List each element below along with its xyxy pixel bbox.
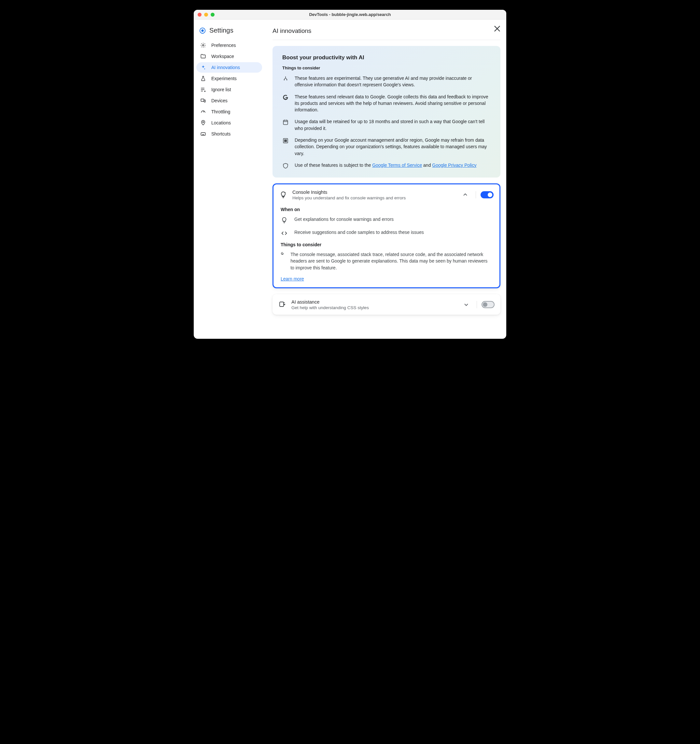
zoom-window-button[interactable] [211,13,214,16]
sidebar-nav: Preferences Workspace AI innovations Exp… [196,40,262,139]
devices-icon [200,98,206,104]
settings-sidebar: Settings Preferences Workspace AI innova… [194,19,265,339]
shield-icon [282,162,289,169]
close-window-button[interactable] [198,13,202,16]
feature-body: When on Get explanations for console war… [273,207,499,287]
feature-row-text: Receive suggestions and code samples to … [294,229,424,235]
privacy-link[interactable]: Google Privacy Policy [432,162,476,168]
folder-icon [200,54,206,59]
svg-rect-9 [280,302,284,307]
svg-point-1 [201,29,204,31]
svg-rect-8 [283,138,287,143]
info-bullet-text: Usage data will be retained for up to 18… [295,118,490,132]
console-insights-card: Console Insights Helps you understand an… [272,183,501,288]
sidebar-label: AI innovations [211,65,240,70]
feature-title: Console Insights [292,190,456,195]
lightbulb-icon [281,216,288,224]
svg-rect-6 [201,132,205,135]
sidebar-label: Experiments [211,76,237,81]
experimental-icon [282,75,289,82]
google-icon [282,94,289,101]
feature-header[interactable]: AI assistance Get help with understandin… [272,294,501,315]
location-icon [200,120,206,126]
sidebar-label: Locations [211,120,231,125]
info-bullet-text: Depending on your Google account managem… [295,137,490,157]
svg-rect-4 [204,100,205,102]
terms-link[interactable]: Google Terms of Service [372,162,422,168]
svg-point-5 [202,122,204,123]
feature-header[interactable]: Console Insights Helps you understand an… [273,185,499,205]
sidebar-item-devices[interactable]: Devices [196,95,262,106]
info-bullet-text: These features send relevant data to Goo… [295,94,490,113]
info-subhead: Things to consider [282,65,490,70]
info-bullet: Use of these features is subject to the … [282,162,490,169]
sidebar-item-throttling[interactable]: Throttling [196,107,262,117]
feature-subtitle: Get help with understanding CSS styles [291,305,457,310]
consider-heading: Things to consider [281,242,492,247]
window-title: DevTools - bubble-jingle.web.app/search [194,12,506,17]
learn-more-link[interactable]: Learn more [281,276,304,281]
ignore-list-icon [200,87,206,92]
ai-assistance-card: AI assistance Get help with understandin… [272,294,501,315]
code-icon [281,229,288,237]
flask-icon [200,76,206,82]
svg-rect-3 [201,99,204,102]
close-settings-button[interactable] [493,24,502,33]
gear-icon [200,42,206,48]
sidebar-title: Settings [210,27,233,34]
main-panel: AI innovations Boost your productivity w… [265,19,506,339]
chevron-up-icon[interactable] [461,191,469,199]
lightbulb-spark-icon [279,191,287,199]
sidebar-label: Shortcuts [211,131,230,137]
sidebar-label: Throttling [211,109,230,115]
sidebar-item-experiments[interactable]: Experiments [196,73,262,84]
feature-title: AI assistance [291,299,457,305]
svg-rect-7 [283,121,287,125]
devtools-window: DevTools - bubble-jingle.web.app/search … [194,10,506,339]
devtools-logo-icon [199,27,206,34]
svg-point-2 [202,45,204,46]
sidebar-label: Preferences [211,43,236,48]
calendar-icon [282,118,289,125]
ai-assistance-toggle[interactable] [482,301,495,308]
info-heading: Boost your productivity with AI [282,54,490,61]
window-controls [198,13,214,16]
info-bullet-text: These features are experimental. They us… [295,75,490,88]
feature-row-text: The console message, associated stack tr… [290,251,492,271]
sparkle-icon [200,64,206,70]
feature-row-text: Get explanations for console warnings an… [294,216,394,222]
google-icon [281,251,284,255]
enterprise-icon [282,137,289,144]
chevron-down-icon[interactable] [462,301,470,308]
minimize-window-button[interactable] [204,13,208,16]
info-bullet: Depending on your Google account managem… [282,137,490,157]
sidebar-label: Workspace [211,54,234,59]
info-bullet-text: Use of these features is subject to the … [295,162,476,168]
sidebar-item-ignore-list[interactable]: Ignore list [196,84,262,95]
feature-subtitle: Helps you understand and fix console war… [292,195,456,200]
console-insights-toggle[interactable] [480,191,493,198]
info-card: Boost your productivity with AI Things t… [272,46,501,177]
sidebar-item-shortcuts[interactable]: Shortcuts [196,129,262,139]
gauge-icon [200,109,206,115]
sidebar-item-ai-innovations[interactable]: AI innovations [196,62,262,73]
sidebar-label: Devices [211,98,227,103]
keyboard-icon [200,131,206,137]
assist-icon [278,301,286,308]
sidebar-item-locations[interactable]: Locations [196,118,262,128]
sidebar-header: Settings [196,25,262,40]
sidebar-item-preferences[interactable]: Preferences [196,40,262,51]
when-on-heading: When on [281,207,492,212]
page-title: AI innovations [272,25,501,40]
titlebar: DevTools - bubble-jingle.web.app/search [194,10,506,19]
info-bullet: Usage data will be retained for up to 18… [282,118,490,132]
sidebar-label: Ignore list [211,87,231,92]
sidebar-item-workspace[interactable]: Workspace [196,51,262,62]
info-bullet: These features are experimental. They us… [282,75,490,88]
info-bullet: These features send relevant data to Goo… [282,94,490,113]
